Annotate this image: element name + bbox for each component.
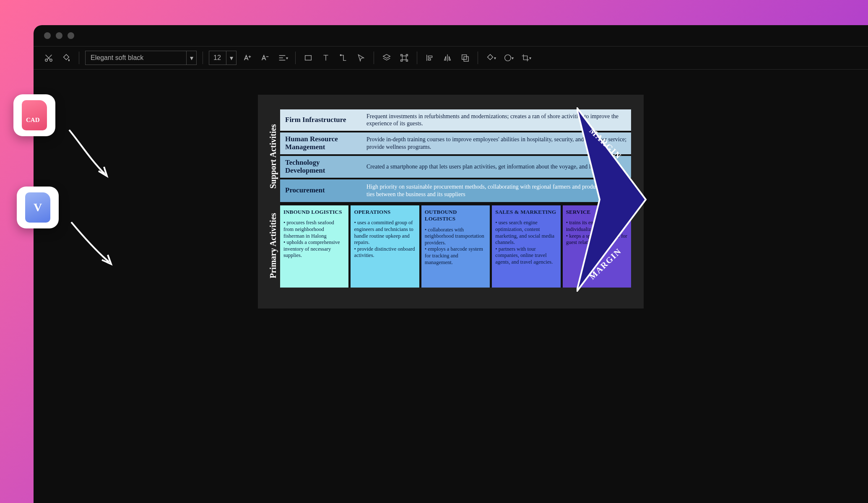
paint-icon[interactable] <box>60 51 73 65</box>
support-activities-section: Firm Infrastructure Frequent investments… <box>280 109 631 204</box>
list-item: procures fresh seafood from neighborhood… <box>283 220 345 239</box>
list-item: keeps a specialized staff for guest rela… <box>566 233 628 246</box>
arrange-icon[interactable] <box>458 51 472 65</box>
font-size-select[interactable]: 12 ▾ <box>209 51 236 65</box>
svg-point-3 <box>340 54 341 56</box>
primary-col-title: OUTBOUND LOGISTICS <box>425 209 486 223</box>
support-row[interactable]: Procurement High priority on sustainable… <box>280 179 631 204</box>
cad-file-label: CAD <box>26 117 40 124</box>
svg-rect-7 <box>401 60 403 62</box>
primary-col[interactable]: SALES & MARKETING uses search engine opt… <box>492 204 562 288</box>
support-row-label: Technology Development <box>280 156 364 178</box>
support-row-body: Created a smartphone app that lets users… <box>364 156 631 178</box>
list-item: partners with tour companies, online tra… <box>495 246 557 266</box>
support-row-label: Human Resource Management <box>280 132 364 154</box>
layers-icon[interactable] <box>380 51 393 65</box>
window-titlebar <box>34 25 868 46</box>
line-style-icon[interactable]: ▾ <box>502 51 515 65</box>
font-size-value: 12 <box>209 54 226 62</box>
text-icon[interactable] <box>319 51 333 65</box>
support-activities-label: Support Activities <box>266 109 280 204</box>
font-family-value: Elegant soft black <box>86 54 186 62</box>
support-row[interactable]: Firm Infrastructure Frequent investments… <box>280 109 631 132</box>
support-row[interactable]: Human Resource Management Provide in-dep… <box>280 132 631 156</box>
value-chain-diagram[interactable]: Support Activities Primary Activities Fi… <box>258 95 644 309</box>
toolbar-separator <box>203 52 203 64</box>
svg-rect-9 <box>462 55 467 60</box>
toolbar-separator <box>79 52 79 64</box>
align-left-icon[interactable] <box>423 51 437 65</box>
cut-icon[interactable] <box>42 51 55 65</box>
primary-activities-section: INBOUND LOGISTICS procures fresh seafood… <box>280 204 631 294</box>
cad-file-icon[interactable]: CAD <box>13 94 55 136</box>
visio-file-label: V <box>34 201 42 214</box>
group-icon[interactable] <box>398 51 411 65</box>
list-item: trains its employees to offer individual… <box>566 220 628 233</box>
flip-icon[interactable] <box>441 51 454 65</box>
connector-icon[interactable] <box>337 51 350 65</box>
list-item: upholds a comprehensive inventory of nec… <box>283 239 345 259</box>
primary-activities-label: Primary Activities <box>266 204 280 288</box>
toolbar-separator <box>374 52 374 64</box>
cursor-icon[interactable] <box>354 51 368 65</box>
primary-col-title: INBOUND LOGISTICS <box>283 209 345 215</box>
primary-col-title: OPERATIONS <box>354 209 416 215</box>
decrease-font-icon[interactable] <box>258 51 272 65</box>
canvas-area[interactable]: Support Activities Primary Activities Fi… <box>34 70 868 503</box>
window-min-dot[interactable] <box>56 32 62 39</box>
primary-col[interactable]: OUTBOUND LOGISTICS collaborates with nei… <box>421 204 492 288</box>
toolbar-separator <box>417 52 417 64</box>
list-item: collaborates with neighborhood transport… <box>425 227 486 246</box>
support-row-label: Firm Infrastructure <box>280 109 364 131</box>
list-item: uses search engine optimization, content… <box>495 220 557 246</box>
svg-rect-2 <box>305 56 312 60</box>
svg-point-1 <box>50 59 52 62</box>
rectangle-icon[interactable] <box>301 51 315 65</box>
primary-col-list: collaborates with neighborhood transport… <box>425 227 486 266</box>
svg-rect-8 <box>406 60 408 62</box>
support-row-body: High priority on sustainable procurement… <box>364 179 631 202</box>
svg-rect-5 <box>401 54 403 56</box>
toolbar: Elegant soft black ▾ 12 ▾ ▾ ▾ ▾ ▾ <box>34 46 868 70</box>
support-row[interactable]: Technology Development Created a smartph… <box>280 156 631 179</box>
hand-arrow-icon <box>65 218 120 272</box>
primary-col-list: trains its employees to offer individual… <box>566 220 628 246</box>
support-row-body: Frequent investments in refurbishments a… <box>364 109 631 131</box>
primary-col-list: uses a committed group of engineers and … <box>354 220 416 259</box>
support-row-label: Procurement <box>280 179 364 202</box>
align-icon[interactable]: ▾ <box>276 51 289 65</box>
svg-rect-4 <box>402 56 406 60</box>
list-item: uses a committed group of engineers and … <box>354 220 416 246</box>
list-item: employs a barcode system for tracking an… <box>425 246 486 266</box>
list-item: provide distinctive onboard activities. <box>354 246 416 259</box>
window-max-dot[interactable] <box>68 32 74 39</box>
svg-point-11 <box>504 55 511 61</box>
primary-col-list: uses search engine optimization, content… <box>495 220 557 265</box>
increase-font-icon[interactable] <box>241 51 254 65</box>
primary-col-title: SALES & MARKETING <box>495 209 557 215</box>
primary-col-title: SERVICE <box>566 209 628 215</box>
app-window: Elegant soft black ▾ 12 ▾ ▾ ▾ ▾ ▾ <box>34 25 868 503</box>
toolbar-separator <box>478 52 478 64</box>
svg-rect-6 <box>406 54 408 56</box>
chevron-down-icon[interactable]: ▾ <box>226 51 236 65</box>
crop-icon[interactable]: ▾ <box>519 51 533 65</box>
chevron-down-icon[interactable]: ▾ <box>186 51 196 65</box>
font-family-select[interactable]: Elegant soft black ▾ <box>85 51 197 65</box>
hand-arrow-icon <box>63 126 117 184</box>
visio-file-icon[interactable]: V <box>17 187 59 228</box>
primary-col[interactable]: INBOUND LOGISTICS procures fresh seafood… <box>280 204 351 288</box>
toolbar-separator <box>295 52 296 64</box>
svg-point-0 <box>45 59 48 62</box>
svg-rect-10 <box>464 57 468 61</box>
primary-col[interactable]: OPERATIONS uses a committed group of eng… <box>351 204 421 288</box>
fill-color-icon[interactable]: ▾ <box>484 51 497 65</box>
window-close-dot[interactable] <box>44 32 51 39</box>
primary-col-list: procures fresh seafood from neighborhood… <box>283 220 345 259</box>
